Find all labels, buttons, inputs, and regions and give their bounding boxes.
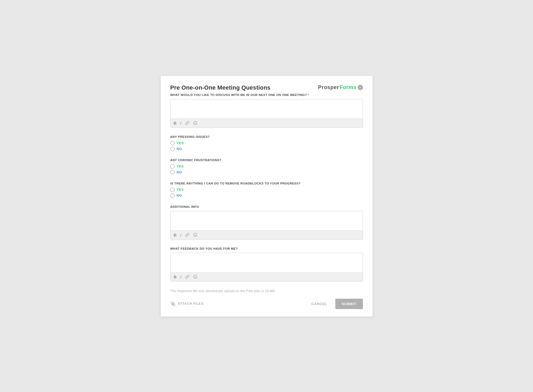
pressing-issues-no-label: NO [177,147,182,151]
section-discuss-label: WHAT WOULD YOU LIKE TO DISCUSS WITH ME I… [170,93,363,96]
discuss-emoji-button[interactable] [193,121,197,125]
additional-info-link-button[interactable] [185,233,189,237]
svg-point-0 [193,121,197,125]
roadblocks-no-label: NO [177,193,182,197]
section-roadblocks: IS THERE ANYTHING I CAN DO TO REMOVE ROA… [170,182,363,198]
modal-header: Pre One-on-One Meeting Questions Prosper… [170,84,363,91]
feedback-input[interactable] [171,253,363,271]
section-chronic-frustrations: ANY CHRONIC FRUSTRATIONS? YES NO [170,158,363,174]
chronic-frustrations-radio-group: YES NO [170,164,363,174]
discuss-rich-text-area: B I [170,99,363,128]
chronic-frustrations-yes-option[interactable]: YES [170,164,363,169]
chronic-frustrations-yes-label: YES [177,164,184,168]
form-title: Pre One-on-One Meeting Questions [170,84,271,91]
brand-close-wrapper: Prosper Forms × [318,84,363,90]
discuss-bold-button[interactable]: B [174,121,177,125]
roadblocks-yes-radio[interactable] [170,188,175,192]
feedback-rich-text-area: B I [170,253,363,281]
pressing-issues-no-radio[interactable] [170,147,175,151]
section-pressing-issues: ANY PRESSING ISSUES? YES NO [170,135,363,151]
chronic-frustrations-label: ANY CHRONIC FRUSTRATIONS? [170,158,363,162]
brand-logo: Prosper Forms [318,84,357,90]
pressing-issues-no-option[interactable]: NO [170,147,363,151]
bottom-bar: 📎 ATTACH FILES CANCEL SUBMIT [170,298,363,309]
svg-point-6 [193,275,197,278]
chronic-frustrations-yes-radio[interactable] [170,164,175,169]
paperclip-icon: 📎 [170,301,176,306]
attach-files-button[interactable]: 📎 ATTACH FILES [170,301,204,306]
additional-info-italic-button[interactable]: I [180,233,181,237]
roadblocks-radio-group: YES NO [170,188,363,198]
roadblocks-label: IS THERE ANYTHING I CAN DO TO REMOVE ROA… [170,182,363,185]
feedback-emoji-button[interactable] [193,275,197,279]
chronic-frustrations-no-option[interactable]: NO [170,170,363,174]
pressing-issues-label: ANY PRESSING ISSUES? [170,135,363,138]
feedback-bold-button[interactable]: B [174,275,177,279]
section-feedback: WHAT FEEDBACK DO YOU HAVE FOR ME? B I [170,247,363,281]
roadblocks-no-option[interactable]: NO [170,193,363,198]
action-buttons: CANCEL SUBMIT [307,299,363,309]
additional-info-rich-text-area: B I [170,211,363,240]
svg-point-3 [193,233,197,236]
brand-forms: Forms [340,84,357,90]
discuss-link-button[interactable] [185,121,189,125]
submit-button[interactable]: SUBMIT [335,299,363,309]
required-indicator: * [308,93,309,96]
chronic-frustrations-no-label: NO [177,170,182,174]
feedback-label: WHAT FEEDBACK DO YOU HAVE FOR ME? [170,247,363,250]
feedback-link-button[interactable] [185,275,189,279]
discuss-input[interactable] [171,99,363,117]
pressing-issues-yes-label: YES [177,141,184,145]
roadblocks-yes-option[interactable]: YES [170,188,363,192]
roadblocks-yes-label: YES [177,188,184,192]
brand-prosper: Prosper [318,84,339,90]
attach-files-label: ATTACH FILES [178,302,204,306]
additional-info-bold-button[interactable]: B [174,233,177,237]
pressing-issues-yes-option[interactable]: YES [170,141,363,145]
additional-info-label: ADDITIONAL INFO [170,205,363,208]
additional-info-emoji-button[interactable] [193,233,197,237]
form-modal: Pre One-on-One Meeting Questions Prosper… [161,76,373,317]
chronic-frustrations-no-radio[interactable] [170,170,175,174]
close-button[interactable]: × [358,85,363,90]
discuss-toolbar: B I [171,118,363,127]
section-additional-info: ADDITIONAL INFO B I [170,205,363,240]
section-discuss: WHAT WOULD YOU LIKE TO DISCUSS WITH ME I… [170,93,363,128]
additional-info-input[interactable] [171,211,363,229]
pressing-issues-yes-radio[interactable] [170,141,175,145]
feedback-italic-button[interactable]: I [180,275,181,279]
cancel-button[interactable]: CANCEL [307,299,331,309]
additional-info-toolbar: B I [171,230,363,239]
file-size-note: The maximum file size allowed per upload… [170,289,363,293]
roadblocks-no-radio[interactable] [170,193,175,198]
discuss-italic-button[interactable]: I [180,121,181,125]
pressing-issues-radio-group: YES NO [170,141,363,151]
feedback-toolbar: B I [171,272,363,281]
